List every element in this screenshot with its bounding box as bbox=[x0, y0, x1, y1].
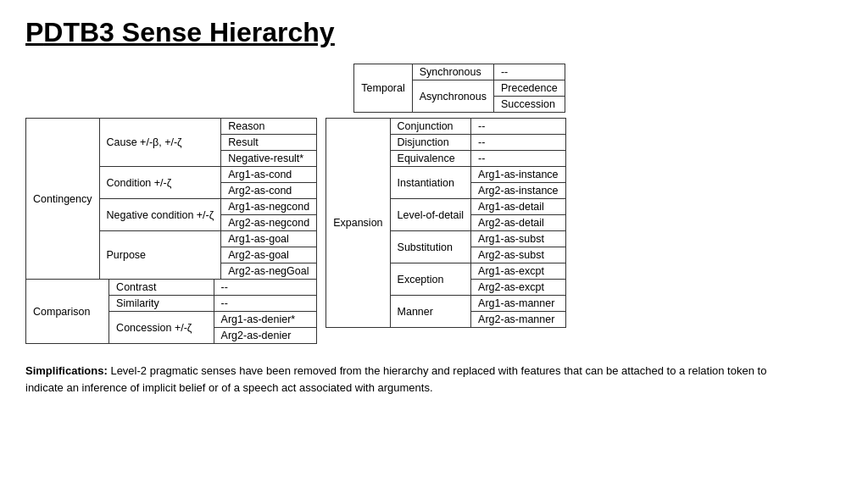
arg2-negcond-cell: Arg2-as-negcond bbox=[221, 215, 317, 231]
expansion-label: Expansion bbox=[326, 119, 390, 328]
exception-label: Exception bbox=[390, 263, 471, 296]
reason-cell: Reason bbox=[221, 119, 317, 135]
disjunction-label: Disjunction bbox=[390, 135, 471, 151]
contrast-value: -- bbox=[214, 280, 317, 296]
similarity-label: Similarity bbox=[109, 296, 214, 312]
arg1-negcond-cell: Arg1-as-negcond bbox=[221, 199, 317, 215]
neg-condition-label: Negative condition +/-ζ bbox=[99, 199, 221, 231]
disjunction-value: -- bbox=[471, 135, 566, 151]
arg2-goal-cell: Arg2-as-goal bbox=[221, 247, 317, 263]
arg2-cond-cell: Arg2-as-cond bbox=[221, 183, 317, 199]
arg2-neggoal-cell: Arg2-as-negGoal bbox=[221, 263, 317, 280]
equivalence-label: Equivalence bbox=[390, 151, 471, 167]
arg2-detail-cell: Arg2-as-detail bbox=[471, 215, 566, 231]
similarity-value: -- bbox=[214, 296, 317, 312]
arg2-excpt-cell: Arg2-as-excpt bbox=[471, 280, 566, 296]
simplifications-section: Simplifications: Level-2 pragmatic sense… bbox=[25, 363, 788, 396]
contingency-table: Contingency Cause +/-β, +/-ζ Reason Resu… bbox=[25, 118, 317, 280]
succession-value: Succession bbox=[493, 97, 565, 113]
arg1-cond-cell: Arg1-as-cond bbox=[221, 167, 317, 183]
contrast-label: Contrast bbox=[109, 280, 214, 296]
arg1-denier-cell: Arg1-as-denier* bbox=[214, 312, 317, 328]
purpose-label: Purpose bbox=[99, 231, 221, 280]
level-detail-label: Level-of-detail bbox=[390, 199, 471, 231]
simplifications-bold: Simplifications: bbox=[25, 364, 108, 377]
result-cell: Result bbox=[221, 135, 317, 151]
arg1-excpt-cell: Arg1-as-excpt bbox=[471, 263, 566, 280]
arg2-manner-cell: Arg2-as-manner bbox=[471, 312, 566, 328]
page-title: PDTB3 Sense Hierarchy bbox=[25, 17, 843, 48]
conjunction-label: Conjunction bbox=[390, 119, 471, 135]
substitution-label: Substitution bbox=[390, 231, 471, 263]
contingency-label: Contingency bbox=[26, 119, 100, 280]
condition-label: Condition +/-ζ bbox=[99, 167, 221, 199]
cause-label: Cause +/-β, +/-ζ bbox=[99, 119, 221, 167]
temporal-section: Temporal Synchronous -- Asynchronous Pre… bbox=[76, 64, 843, 113]
arg2-subst-cell: Arg2-as-subst bbox=[471, 247, 566, 263]
instantiation-label: Instantiation bbox=[390, 167, 471, 199]
synchronous-label: Synchronous bbox=[412, 64, 493, 80]
arg2-denier-cell: Arg2-as-denier bbox=[214, 328, 317, 344]
temporal-table: Temporal Synchronous -- Asynchronous Pre… bbox=[353, 64, 565, 113]
conjunction-value: -- bbox=[471, 119, 566, 135]
precedence-value: Precedence bbox=[493, 80, 565, 97]
main-tables: Contingency Cause +/-β, +/-ζ Reason Resu… bbox=[25, 118, 843, 344]
equivalence-value: -- bbox=[471, 151, 566, 167]
comparison-table: Comparison Contrast -- Similarity -- Con… bbox=[25, 279, 317, 344]
expansion-table: Expansion Conjunction -- Disjunction -- … bbox=[326, 118, 565, 328]
simplifications-rest: Level-2 pragmatic senses have been remov… bbox=[25, 364, 766, 394]
arg1-manner-cell: Arg1-as-manner bbox=[471, 296, 566, 312]
concession-label: Concession +/-ζ bbox=[109, 312, 214, 344]
synchronous-value: -- bbox=[493, 64, 565, 80]
left-tables: Contingency Cause +/-β, +/-ζ Reason Resu… bbox=[25, 118, 317, 344]
negative-result-cell: Negative-result* bbox=[221, 151, 317, 167]
manner-label: Manner bbox=[390, 296, 471, 328]
arg1-goal-cell: Arg1-as-goal bbox=[221, 231, 317, 247]
arg1-detail-cell: Arg1-as-detail bbox=[471, 199, 566, 215]
comparison-label: Comparison bbox=[26, 280, 109, 344]
temporal-label: Temporal bbox=[354, 64, 412, 113]
arg1-instance-cell: Arg1-as-instance bbox=[471, 167, 566, 183]
asynchronous-label: Asynchronous bbox=[412, 80, 493, 113]
arg1-subst-cell: Arg1-as-subst bbox=[471, 231, 566, 247]
hierarchy-container: Temporal Synchronous -- Asynchronous Pre… bbox=[25, 64, 843, 344]
arg2-instance-cell: Arg2-as-instance bbox=[471, 183, 566, 199]
